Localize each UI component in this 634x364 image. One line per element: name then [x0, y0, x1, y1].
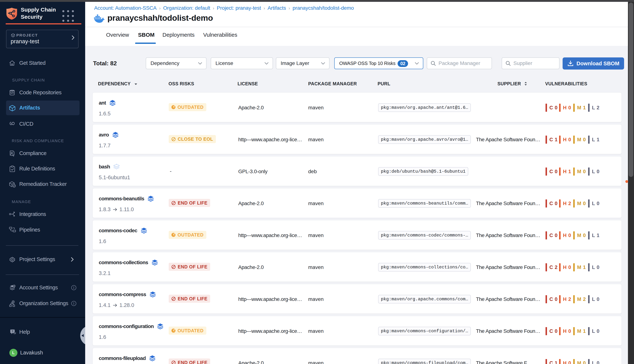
svg-text:?: ?: [12, 330, 14, 333]
